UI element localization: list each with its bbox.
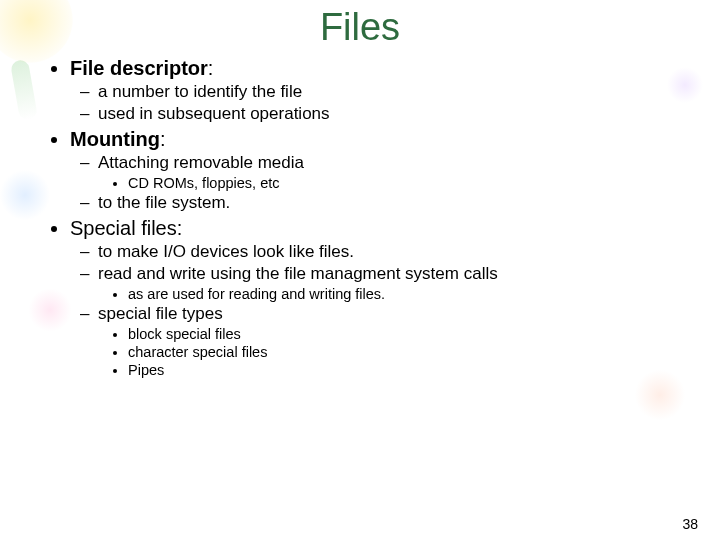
sub-item-text: read and write using the file managment …	[98, 264, 498, 283]
subsub-item: as are used for reading and writing file…	[128, 286, 680, 302]
sub-item: read and write using the file managment …	[98, 264, 680, 302]
bullet-heading: Mounting	[70, 128, 160, 150]
sub-item: to the file system.	[98, 193, 680, 213]
bullet-heading: Special files:	[70, 217, 182, 239]
sub-item: used in subsequent operations	[98, 104, 680, 124]
sub-item: a number to identify the file	[98, 82, 680, 102]
slide: Files File descriptor: a number to ident…	[0, 6, 720, 540]
subsub-item: block special files	[128, 326, 680, 342]
sub-item-text: Attaching removable media	[98, 153, 304, 172]
page-number: 38	[682, 516, 698, 532]
bullet-file-descriptor: File descriptor: a number to identify th…	[70, 57, 680, 124]
sub-list: a number to identify the file used in su…	[70, 82, 680, 124]
sub-item-text: special file types	[98, 304, 223, 323]
subsub-item: character special files	[128, 344, 680, 360]
slide-title: Files	[40, 6, 680, 49]
sub-list: to make I/O devices look like files. rea…	[70, 242, 680, 378]
sub-item: to make I/O devices look like files.	[98, 242, 680, 262]
colon: :	[208, 57, 214, 79]
colon: :	[160, 128, 166, 150]
subsub-item: CD ROMs, floppies, etc	[128, 175, 680, 191]
bullet-mounting: Mounting: Attaching removable media CD R…	[70, 128, 680, 213]
sub-item: special file types block special files c…	[98, 304, 680, 378]
bullet-heading: File descriptor	[70, 57, 208, 79]
subsub-item: Pipes	[128, 362, 680, 378]
sub-list: Attaching removable media CD ROMs, flopp…	[70, 153, 680, 213]
bullet-list: File descriptor: a number to identify th…	[40, 57, 680, 378]
bullet-special-files: Special files: to make I/O devices look …	[70, 217, 680, 378]
sub-item: Attaching removable media CD ROMs, flopp…	[98, 153, 680, 191]
subsub-list: CD ROMs, floppies, etc	[98, 175, 680, 191]
subsub-list: as are used for reading and writing file…	[98, 286, 680, 302]
subsub-list: block special files character special fi…	[98, 326, 680, 378]
